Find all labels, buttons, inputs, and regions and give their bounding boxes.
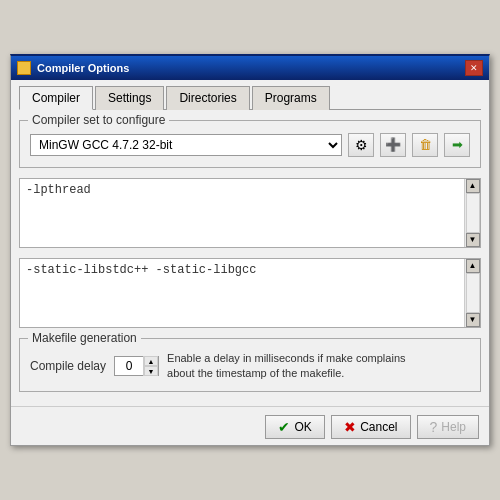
add-icon: ➕ <box>385 137 401 152</box>
export-icon: ➡ <box>452 137 463 152</box>
scroll-down-1[interactable]: ▼ <box>466 233 480 247</box>
tab-settings[interactable]: Settings <box>95 86 164 110</box>
ok-icon: ✔ <box>278 419 290 435</box>
delay-description: Enable a delay in milliseconds if make c… <box>167 351 427 382</box>
scroll-up-2[interactable]: ▲ <box>466 259 480 273</box>
export-toolbar-button[interactable]: ➡ <box>444 133 470 157</box>
window-icon <box>17 61 31 75</box>
compiler-group-label: Compiler set to configure <box>28 113 169 127</box>
delay-input[interactable] <box>115 357 143 375</box>
compiler-group: Compiler set to configure MinGW GCC 4.7.… <box>19 120 481 168</box>
title-bar-left: Compiler Options <box>17 61 129 75</box>
delete-icon: 🗑 <box>419 137 432 152</box>
close-button[interactable]: ✕ <box>465 60 483 76</box>
ok-button[interactable]: ✔ OK <box>265 415 325 439</box>
compiler-options-window: Compiler Options ✕ Compiler Settings Dir… <box>10 54 490 447</box>
makefile-group-label: Makefile generation <box>28 331 141 345</box>
help-label: Help <box>441 420 466 434</box>
textarea-2-content: -static-libstdc++ -static-libgcc <box>20 259 464 327</box>
spinbox-down[interactable]: ▼ <box>144 366 158 376</box>
compiler-row: MinGW GCC 4.7.2 32-bit ⚙ ➕ 🗑 ➡ <box>30 133 470 157</box>
compiler-select[interactable]: MinGW GCC 4.7.2 32-bit <box>30 134 342 156</box>
textarea-1-box: -lpthread ▲ ▼ <box>19 178 481 248</box>
tab-programs[interactable]: Programs <box>252 86 330 110</box>
cancel-button[interactable]: ✖ Cancel <box>331 415 410 439</box>
cancel-icon: ✖ <box>344 419 356 435</box>
scrollbar-1: ▲ ▼ <box>464 179 480 247</box>
spinbox-up[interactable]: ▲ <box>144 356 158 366</box>
compile-delay-row: Compile delay ▲ ▼ Enable a delay in mill… <box>30 351 470 382</box>
scroll-up-1[interactable]: ▲ <box>466 179 480 193</box>
delete-toolbar-button[interactable]: 🗑 <box>412 133 438 157</box>
title-bar: Compiler Options ✕ <box>11 56 489 80</box>
title-controls: ✕ <box>465 60 483 76</box>
cancel-label: Cancel <box>360 420 397 434</box>
delay-spinbox: ▲ ▼ <box>114 356 159 376</box>
add-toolbar-button[interactable]: ➕ <box>380 133 406 157</box>
scrollbar-2: ▲ ▼ <box>464 259 480 327</box>
textarea-1-content: -lpthread <box>20 179 464 247</box>
makefile-group: Makefile generation Compile delay ▲ ▼ En… <box>19 338 481 393</box>
scroll-down-2[interactable]: ▼ <box>466 313 480 327</box>
scroll-track-1 <box>466 193 480 233</box>
delay-label: Compile delay <box>30 359 106 373</box>
tab-directories[interactable]: Directories <box>166 86 249 110</box>
tab-compiler[interactable]: Compiler <box>19 86 93 110</box>
spinbox-arrows: ▲ ▼ <box>143 356 158 376</box>
window-title: Compiler Options <box>37 62 129 74</box>
settings-icon: ⚙ <box>355 137 368 153</box>
help-icon: ? <box>430 419 438 435</box>
tab-bar: Compiler Settings Directories Programs <box>19 86 481 110</box>
footer: ✔ OK ✖ Cancel ? Help <box>11 406 489 445</box>
settings-toolbar-button[interactable]: ⚙ <box>348 133 374 157</box>
scroll-track-2 <box>466 273 480 313</box>
compiler-select-wrapper: MinGW GCC 4.7.2 32-bit <box>30 134 342 156</box>
textarea-2-box: -static-libstdc++ -static-libgcc ▲ ▼ <box>19 258 481 328</box>
window-content: Compiler Settings Directories Programs C… <box>11 80 489 403</box>
ok-label: OK <box>294 420 311 434</box>
help-button[interactable]: ? Help <box>417 415 479 439</box>
